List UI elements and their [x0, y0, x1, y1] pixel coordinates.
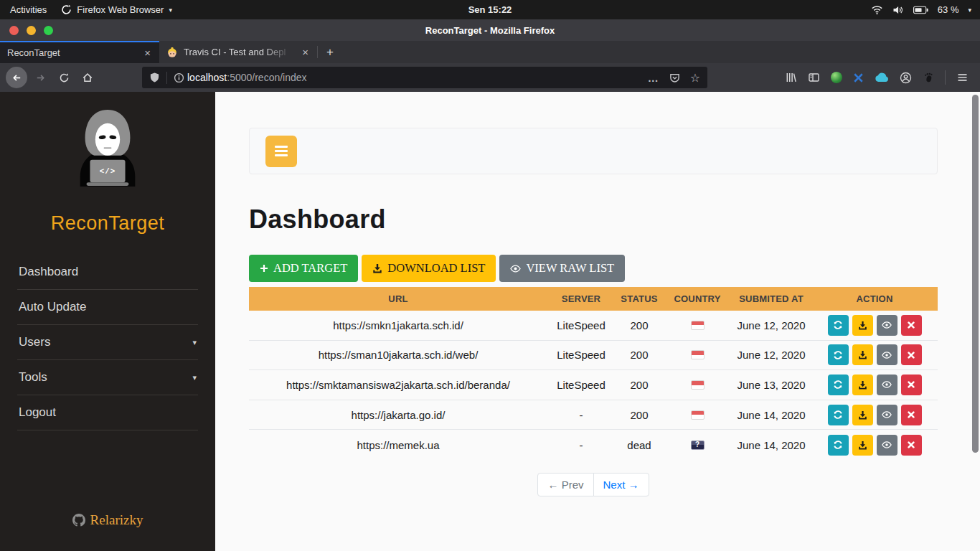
tab-close-icon[interactable]: × [143, 47, 152, 59]
eye-icon [882, 441, 892, 449]
view-target-button[interactable] [877, 405, 897, 425]
delete-target-button[interactable] [901, 344, 922, 365]
home-icon [82, 72, 93, 83]
sidebar-nav: Dashboard Auto Update Users ▾ Tools ▾ Lo… [0, 255, 215, 430]
sidebar-item-logout[interactable]: Logout [17, 395, 198, 430]
bookmark-star-icon[interactable]: ☆ [690, 71, 700, 85]
url-bar[interactable]: localhost:5000/recon/index … ☆ [142, 67, 707, 88]
extension-x-icon[interactable] [853, 72, 864, 83]
next-page-button[interactable]: Next → [593, 473, 649, 496]
prev-page-button[interactable]: ← Prev [537, 473, 593, 496]
row-status: 200 [615, 409, 664, 421]
tab-travis-ci[interactable]: Travis CI - Test and Depl × [159, 41, 317, 63]
refresh-target-button[interactable] [828, 344, 849, 365]
view-target-button[interactable] [877, 375, 897, 395]
view-target-button[interactable] [877, 435, 897, 456]
home-button[interactable] [77, 67, 98, 88]
page-scrollbar[interactable] [972, 95, 979, 453]
row-submited-at: June 12, 2020 [731, 319, 811, 331]
close-x-icon [907, 410, 915, 419]
download-target-button[interactable] [852, 344, 873, 365]
row-url: https://memek.ua [249, 439, 547, 451]
refresh-target-button[interactable] [828, 435, 849, 456]
table-body: https://smkn1jakarta.sch.id/ LiteSpeed 2… [249, 311, 938, 460]
reload-button[interactable] [53, 67, 75, 88]
tab-bar: ReconTarget × Travis CI - Test and Depl … [0, 41, 980, 63]
forward-arrow-icon [35, 72, 46, 83]
sidebar-item-auto-update[interactable]: Auto Update [17, 290, 198, 325]
header-url: URL [249, 293, 547, 304]
refresh-target-button[interactable] [828, 315, 849, 336]
footer-author-link[interactable]: Relarizky [90, 512, 143, 528]
row-actions [811, 344, 938, 365]
extension-green-orb-icon[interactable] [831, 72, 842, 83]
system-tray[interactable]: 63 % ▾ [871, 4, 980, 15]
download-target-button[interactable] [852, 375, 873, 395]
sidebar-item-label: Dashboard [19, 265, 78, 279]
library-icon[interactable] [785, 72, 797, 83]
row-server: LiteSpeed [547, 319, 615, 331]
view-target-button[interactable] [877, 344, 897, 365]
wifi-icon [871, 5, 883, 15]
page-actions-icon[interactable]: … [648, 72, 659, 84]
view-target-button[interactable] [877, 315, 897, 336]
download-list-button[interactable]: DOWNLOAD LIST [362, 255, 496, 282]
row-server: LiteSpeed [547, 349, 615, 361]
url-text: localhost:5000/recon/index [187, 72, 307, 83]
close-x-icon [907, 380, 915, 389]
close-x-icon [907, 441, 915, 449]
row-server: - [547, 439, 615, 451]
eye-icon [882, 351, 892, 359]
row-status: 200 [615, 379, 664, 391]
new-tab-button[interactable]: + [318, 41, 342, 63]
table-row: https://smkn1jakarta.sch.id/ LiteSpeed 2… [249, 311, 938, 341]
download-target-button[interactable] [852, 405, 873, 425]
url-path: :5000/recon/index [227, 72, 306, 83]
sidebar-item-tools[interactable]: Tools ▾ [17, 360, 198, 395]
sidebar-item-users[interactable]: Users ▾ [17, 325, 198, 360]
gnome-foot-icon[interactable] [923, 72, 934, 83]
download-target-button[interactable] [852, 435, 873, 456]
row-actions [811, 315, 938, 336]
hamburger-menu-icon[interactable] [956, 72, 969, 83]
eye-icon [882, 380, 892, 389]
header-server: SERVER [547, 293, 615, 304]
system-clock[interactable]: Sen 15:22 [0, 4, 980, 15]
sidebar-collapse-button[interactable] [265, 136, 297, 167]
caret-down-icon: ▾ [192, 373, 197, 382]
sync-icon [833, 380, 843, 390]
sidebar-item-label: Users [19, 335, 50, 349]
sidebar-toggle-icon[interactable] [808, 72, 820, 83]
tab-close-icon[interactable]: × [301, 46, 310, 58]
download-target-button[interactable] [852, 315, 873, 336]
sidebar: </> ReconTarget Dashboard Auto Update Us… [0, 92, 215, 551]
refresh-target-button[interactable] [828, 405, 849, 425]
row-status: 200 [615, 319, 664, 331]
row-submited-at: June 14, 2020 [731, 409, 811, 421]
forward-button[interactable] [29, 67, 51, 88]
download-icon [858, 321, 867, 330]
sidebar-item-label: Auto Update [19, 300, 87, 314]
github-icon [72, 514, 85, 527]
sidebar-item-dashboard[interactable]: Dashboard [17, 255, 198, 290]
tab-recontarget[interactable]: ReconTarget × [0, 41, 159, 63]
delete-target-button[interactable] [901, 315, 922, 336]
row-actions [811, 435, 938, 456]
add-target-button[interactable]: ADD TARGET [249, 255, 358, 282]
info-icon[interactable] [174, 72, 184, 83]
refresh-target-button[interactable] [828, 375, 849, 395]
view-raw-list-button[interactable]: VIEW RAW LIST [499, 255, 625, 282]
account-icon[interactable] [900, 72, 912, 84]
extension-cloud-icon[interactable] [875, 72, 889, 83]
back-button[interactable] [6, 67, 27, 88]
delete-target-button[interactable] [901, 405, 922, 425]
eye-icon [882, 321, 892, 329]
download-icon [858, 350, 867, 359]
delete-target-button[interactable] [901, 435, 922, 456]
url-host: localhost [187, 72, 227, 83]
delete-target-button[interactable] [901, 375, 922, 395]
pocket-icon[interactable] [669, 72, 680, 83]
table-row: https://sman10jakarta.sch.id/web/ LiteSp… [249, 341, 938, 371]
row-url: https://sman10jakarta.sch.id/web/ [249, 349, 547, 361]
window-title: ReconTarget - Mozilla Firefox [0, 25, 980, 36]
